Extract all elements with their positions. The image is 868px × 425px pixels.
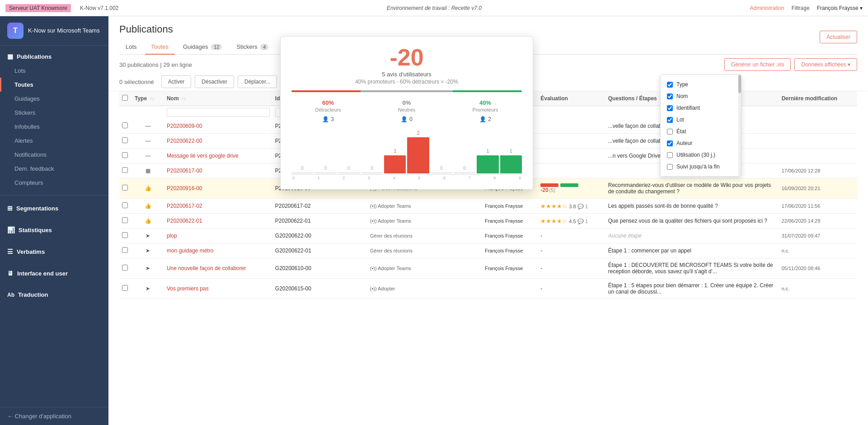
activer-button[interactable]: Activer [161, 75, 192, 88]
tab-guidages-label: Guidages [183, 43, 208, 50]
row-nom[interactable]: P20200609-00 [164, 119, 272, 134]
row-checkbox[interactable] [122, 285, 128, 291]
sidebar-item-lots[interactable]: Lots [0, 64, 108, 78]
row-date [779, 134, 857, 149]
checkbox-suivi[interactable] [667, 164, 673, 170]
sidebar-item-notifications[interactable]: Notifications [0, 148, 108, 162]
tab-lots[interactable]: Lots [119, 40, 143, 55]
sidebar-item-infobulles[interactable]: Infobulles [0, 120, 108, 134]
sidebar-header-verbatims[interactable]: ☰ Verbatims [0, 244, 108, 259]
row-nom-link[interactable]: P20200622-00 [167, 138, 202, 144]
nps-bar-3 [361, 173, 383, 173]
row-nom-link[interactable]: P20200916-00 [167, 185, 202, 191]
row-nom[interactable]: Message lié vers google drive [164, 149, 272, 163]
row-checkbox[interactable] [122, 232, 128, 238]
checkbox-type[interactable] [667, 82, 673, 88]
sidebar-item-alertes[interactable]: Alertes [0, 134, 108, 148]
row-nom[interactable]: P20200617-00 [164, 163, 272, 178]
dropdown-item-identifiant[interactable]: Identifiant [661, 102, 741, 114]
deplacer-button[interactable]: Déplacer... [238, 75, 277, 88]
row-nom[interactable]: mon guidage métro [164, 243, 272, 258]
checkbox-utilisation[interactable] [667, 152, 673, 158]
row-checkbox[interactable] [122, 202, 128, 208]
sidebar-header-publications[interactable]: ▦ Publications [0, 49, 108, 64]
nps-score-display: -20 [540, 187, 548, 193]
env-label: Environnement de travail : Recette v7.0 [127, 5, 741, 11]
sidebar-header-traduction[interactable]: Ab Traduction [0, 288, 108, 302]
row-nom[interactable]: Une nouvelle façon de collaborer [164, 258, 272, 279]
sidebar-item-compteurs[interactable]: Compteurs [0, 176, 108, 190]
desactiver-button[interactable]: Désactiver [195, 75, 234, 88]
row-checkbox[interactable] [122, 265, 128, 271]
dropdown-item-suivi[interactable]: Suivi jusqu'à la fin [661, 161, 741, 173]
sidebar-item-toutes[interactable]: Toutes [0, 78, 108, 92]
dropdown-item-etat[interactable]: État [661, 126, 741, 137]
dropdown-item-auteur[interactable]: Auteur [661, 137, 741, 149]
sidebar-header-interface[interactable]: 🖥 Interface end user [0, 266, 108, 280]
row-identifiant: G20200615-00 [272, 279, 367, 299]
row-nom-link[interactable]: P20200622-01 [167, 218, 202, 224]
row-checkbox-cell [119, 119, 132, 134]
row-nom-link[interactable]: P20200617-00 [167, 168, 202, 174]
row-nom[interactable]: plop [164, 229, 272, 243]
row-checkbox[interactable] [122, 167, 128, 173]
sidebar-header-segmentations[interactable]: ⊞ Segmentations [0, 201, 108, 215]
checkbox-auteur[interactable] [667, 140, 673, 146]
checkbox-nom[interactable] [667, 93, 673, 99]
row-checkbox[interactable] [122, 185, 128, 191]
dropdown-item-utilisation[interactable]: Utilisation (30 j.) [661, 149, 741, 161]
row-nom[interactable]: P20200622-01 [164, 214, 272, 229]
generer-xls-button[interactable]: Générer un fichier .xls [724, 58, 791, 71]
th-evaluation[interactable]: Évaluation [538, 91, 605, 106]
row-checkbox[interactable] [122, 152, 128, 158]
select-all-checkbox[interactable] [122, 95, 128, 101]
row-nom-link[interactable]: Message lié vers google drive [167, 153, 239, 159]
checkbox-etat[interactable] [667, 129, 673, 135]
checkbox-identifiant[interactable] [667, 105, 673, 111]
row-checkbox[interactable] [122, 247, 128, 253]
sidebar-item-guidages[interactable]: Guidages [0, 92, 108, 106]
row-checkbox[interactable] [122, 217, 128, 223]
dropdown-identifiant-label: Identifiant [676, 105, 700, 111]
tab-toutes[interactable]: Toutes [145, 40, 175, 55]
row-nom[interactable]: P20200617-02 [164, 199, 272, 214]
row-nom-link[interactable]: plop [167, 233, 177, 239]
filter-nom-input[interactable] [167, 108, 270, 117]
sidebar-item-stickers[interactable]: Stickers [0, 106, 108, 120]
nps-axis-label-8: 8 [493, 176, 496, 180]
row-nom-link[interactable]: P20200617-02 [167, 203, 202, 209]
th-date[interactable]: Dernière modification [779, 91, 857, 106]
actualiser-button[interactable]: Actualiser [820, 31, 857, 43]
row-nom-link[interactable]: Une nouvelle façon de collaborer [167, 265, 246, 271]
filtrage-link[interactable]: Filtrage [792, 5, 810, 11]
dropdown-item-type[interactable]: Type [661, 79, 741, 90]
row-nom-link[interactable]: P20200609-00 [167, 123, 202, 129]
tab-stickers[interactable]: Stickers 4 [230, 40, 275, 55]
donnees-affichees-button[interactable]: Données affichées ▾ [794, 58, 857, 71]
row-auteur: François Fraysse [482, 199, 538, 214]
row-checkbox-cell [119, 229, 132, 243]
row-nom-link[interactable]: Vos premiers pas [167, 285, 209, 292]
th-nom[interactable]: Nom ↑↓ [164, 91, 272, 106]
dropdown-item-nom[interactable]: Nom [661, 90, 741, 102]
nps-bar-col-2: 0 [338, 166, 360, 173]
nps-bar-label-5: 2 [417, 131, 420, 135]
sidebar-item-dem-feedback[interactable]: Dem. feedback [0, 162, 108, 176]
th-type[interactable]: Type ↑↓ [132, 91, 164, 106]
row-nom[interactable]: Vos premiers pas [164, 279, 272, 299]
user-menu[interactable]: François Fraysse ▾ [817, 5, 863, 11]
dropdown-item-lot[interactable]: Lot [661, 114, 741, 126]
row-nom[interactable]: P20200916-00 [164, 178, 272, 199]
row-nom[interactable]: P20200622-00 [164, 134, 272, 149]
tab-guidages[interactable]: Guidages 12 [177, 40, 229, 55]
sidebar-section-publications: ▦ Publications Lots Toutes Guidages Stic… [0, 46, 108, 193]
row-checkbox[interactable] [122, 122, 128, 128]
notifications-label: Notifications [14, 151, 47, 158]
sidebar-header-statistiques[interactable]: 📊 Statistiques [0, 223, 108, 237]
row-checkbox[interactable] [122, 137, 128, 143]
change-app-button[interactable]: ← Changer d'application [0, 407, 108, 425]
admin-link[interactable]: Administration [750, 5, 784, 11]
nps-green-bar [560, 183, 578, 187]
checkbox-lot[interactable] [667, 117, 673, 123]
row-nom-link[interactable]: mon guidage métro [167, 248, 213, 254]
